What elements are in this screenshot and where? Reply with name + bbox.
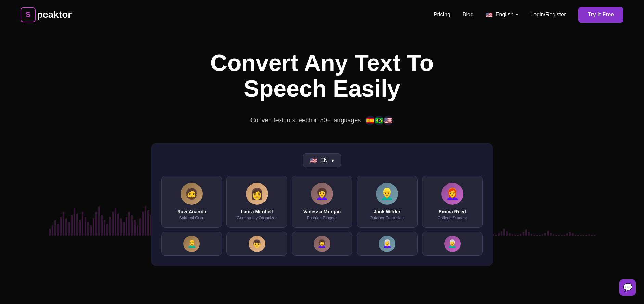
- try-free-button[interactable]: Try It Free: [578, 7, 623, 23]
- voice-role: Spiritual Guru: [166, 216, 218, 220]
- voice-avatar: 👩‍🦱: [311, 183, 333, 205]
- voice-name: Jack Wilder: [361, 209, 413, 214]
- voice-name: Ravi Ananda: [166, 209, 218, 214]
- voice-avatar: 👩‍🦰: [441, 183, 463, 205]
- lang-dropdown[interactable]: 🇺🇸 EN ▾: [303, 153, 341, 167]
- voice-avatar: 👱‍♂️: [376, 183, 398, 205]
- voice-role: Fashion Blogger: [296, 216, 348, 220]
- navbar: S peaktor Pricing Blog 🇺🇸 English ▾ Logi…: [0, 0, 644, 29]
- chevron-down-icon: ▾: [516, 12, 518, 17]
- pricing-link[interactable]: Pricing: [434, 12, 450, 18]
- voice-avatar: 🧔: [181, 183, 203, 205]
- hero-title: Convert Any Text To Speech Easily: [168, 50, 476, 101]
- voice-name: Emma Reed: [426, 209, 478, 214]
- voice-grid-row1: 🧔 Ravi Ananda Spiritual Guru 👩 Laura Mit…: [161, 176, 483, 228]
- voice-card-partial[interactable]: 👦: [226, 232, 287, 256]
- subtitle-text: Convert text to speech in 50+ languages: [250, 117, 361, 124]
- voice-card[interactable]: 👩‍🦰 Emma Reed College Student: [422, 176, 483, 228]
- voice-avatar-sm: 👩‍🦱: [314, 236, 330, 252]
- voice-name: Laura Mitchell: [231, 209, 283, 214]
- logo-icon: S: [21, 7, 36, 22]
- voice-card-partial[interactable]: 👨‍🦳: [422, 232, 483, 256]
- logo-text: peaktor: [37, 9, 72, 20]
- voice-avatar-sm: 👨‍🦳: [444, 236, 461, 252]
- voice-card-partial[interactable]: 👩‍🦱: [292, 232, 352, 256]
- chat-icon: 💬: [623, 283, 632, 292]
- chat-button[interactable]: 💬: [619, 279, 636, 296]
- voice-role: Community Organizer: [231, 216, 283, 220]
- language-selector[interactable]: 🇺🇸 English ▾: [486, 12, 518, 18]
- lang-code: EN: [320, 157, 328, 163]
- login-register-link[interactable]: Login/Register: [530, 12, 566, 18]
- voice-role: Outdoor Enthusiast: [361, 216, 413, 220]
- demo-panel: 🇺🇸 EN ▾ 🧔 Ravi Ananda Spiritual Guru 👩 L…: [151, 143, 493, 266]
- hero-subtitle: Convert text to speech in 50+ languages …: [7, 115, 637, 126]
- voice-avatar-sm: 👦: [249, 236, 265, 252]
- voice-role: College Student: [426, 216, 478, 220]
- lang-selector: 🇺🇸 EN ▾: [161, 153, 483, 167]
- voice-avatar-sm: 👨‍🦲: [183, 236, 200, 252]
- voice-card[interactable]: 👩‍🦱 Vanessa Morgan Fashion Blogger: [292, 176, 352, 228]
- flag-group: 🇪🇸 🇧🇷 🇺🇸: [365, 115, 394, 126]
- hero-section: Convert Any Text To Speech Easily Conver…: [0, 29, 644, 140]
- voice-name: Vanessa Morgan: [296, 209, 348, 214]
- voice-card[interactable]: 🧔 Ravi Ananda Spiritual Guru: [161, 176, 222, 228]
- lang-chevron-icon: ▾: [331, 157, 334, 164]
- nav-links: Pricing Blog 🇺🇸 English ▾ Login/Register…: [434, 7, 623, 23]
- voice-avatar: 👩: [246, 183, 268, 205]
- lang-flag-icon: 🇺🇸: [310, 157, 317, 164]
- logo[interactable]: S peaktor: [21, 7, 72, 22]
- blog-link[interactable]: Blog: [463, 12, 474, 18]
- language-label: English: [495, 12, 513, 18]
- voice-card[interactable]: 👱‍♂️ Jack Wilder Outdoor Enthusiast: [357, 176, 417, 228]
- voice-card-partial[interactable]: 👩‍🦳: [357, 232, 417, 256]
- voice-grid-row2: 👨‍🦲 👦 👩‍🦱 👩‍🦳 👨‍🦳: [161, 232, 483, 256]
- flag-us-icon: 🇺🇸: [383, 115, 394, 126]
- voice-avatar-sm: 👩‍🦳: [379, 236, 395, 252]
- voice-card-partial[interactable]: 👨‍🦲: [161, 232, 222, 256]
- language-flag-icon: 🇺🇸: [486, 12, 493, 18]
- voice-card[interactable]: 👩 Laura Mitchell Community Organizer: [226, 176, 287, 228]
